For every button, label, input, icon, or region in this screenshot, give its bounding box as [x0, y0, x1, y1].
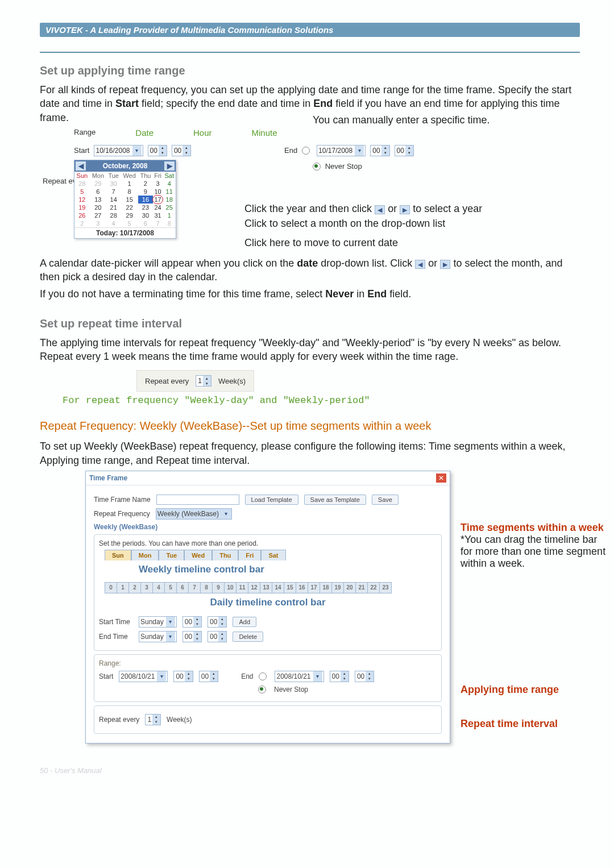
chevron-down-icon[interactable]: ▾: [218, 637, 226, 642]
end-date-dropdown[interactable]: 10/17/2008 ▾: [317, 145, 366, 156]
dlg-start-mm-spinner[interactable]: 00▴▾: [199, 671, 218, 682]
cal-day[interactable]: 15: [121, 196, 138, 203]
chevron-down-icon[interactable]: ▾: [157, 671, 166, 682]
cal-day[interactable]: 8: [121, 188, 138, 196]
chevron-up-icon[interactable]: ▴: [341, 671, 349, 676]
hour-cell[interactable]: 1: [117, 582, 129, 593]
cal-day-today[interactable]: 17: [153, 196, 163, 203]
hour-cell[interactable]: 18: [320, 582, 332, 593]
dlg-end-date-dropdown[interactable]: 2008/10/21▾: [275, 671, 323, 682]
chevron-up-icon[interactable]: ▴: [366, 671, 374, 676]
cal-day[interactable]: 25: [163, 203, 176, 211]
hour-cell[interactable]: 20: [343, 582, 356, 593]
chevron-up-icon[interactable]: ▴: [405, 146, 413, 151]
cal-day[interactable]: 6: [90, 188, 106, 196]
hour-cell[interactable]: 23: [379, 582, 392, 593]
cal-day[interactable]: 9: [138, 188, 153, 196]
cal-day[interactable]: 29: [121, 211, 138, 219]
cal-day[interactable]: 24: [153, 203, 163, 211]
cal-prev-month[interactable]: ◀: [76, 161, 86, 171]
dlg-end-date-radio[interactable]: [259, 672, 267, 680]
cal-day[interactable]: 7: [153, 219, 163, 227]
cal-day[interactable]: 11: [163, 188, 176, 196]
chevron-down-icon[interactable]: ▾: [221, 509, 230, 519]
cal-day[interactable]: 18: [163, 196, 176, 203]
chevron-up-icon[interactable]: ▴: [182, 146, 190, 151]
chevron-up-icon[interactable]: ▴: [193, 617, 201, 622]
end-mm-spinner[interactable]: 00▴▾: [208, 631, 227, 642]
cal-day[interactable]: 1: [163, 211, 176, 219]
start-hour-spinner[interactable]: 00 ▴▾: [148, 145, 167, 156]
chevron-up-icon[interactable]: ▴: [381, 146, 389, 151]
hour-cell[interactable]: 4: [152, 582, 165, 593]
dlg-end-mm-spinner[interactable]: 00▴▾: [355, 671, 374, 682]
cal-day[interactable]: 7: [106, 188, 121, 196]
dlg-end-hh-spinner[interactable]: 00▴▾: [330, 671, 349, 682]
tfn-input[interactable]: [156, 495, 239, 505]
repeat-every-spinner[interactable]: 1 ▴▾: [196, 375, 211, 387]
chevron-up-icon[interactable]: ▴: [218, 632, 226, 637]
cal-day[interactable]: 8: [163, 219, 176, 227]
cal-day[interactable]: 28: [106, 211, 121, 219]
add-button[interactable]: Add: [233, 617, 256, 627]
day-tab-sat[interactable]: Sat: [261, 550, 285, 560]
chevron-up-icon[interactable]: ▴: [218, 617, 226, 622]
cal-day[interactable]: 20: [90, 203, 106, 211]
chevron-up-icon[interactable]: ▴: [193, 632, 201, 637]
chevron-down-icon[interactable]: ▾: [218, 622, 226, 627]
cal-day[interactable]: 3: [153, 180, 163, 188]
day-tab-fri[interactable]: Fri: [238, 550, 261, 560]
chevron-down-icon[interactable]: ▾: [405, 151, 413, 156]
chevron-down-icon[interactable]: ▾: [193, 622, 201, 627]
never-stop-radio[interactable]: [313, 163, 321, 171]
cal-day[interactable]: 21: [106, 203, 121, 211]
cal-day[interactable]: 1: [121, 180, 138, 188]
cal-next-month[interactable]: ▶: [164, 161, 175, 171]
chevron-down-icon[interactable]: ▾: [381, 151, 389, 156]
cal-day[interactable]: 5: [74, 188, 90, 196]
hour-cell[interactable]: 10: [224, 582, 237, 593]
cal-day[interactable]: 2: [138, 180, 153, 188]
chevron-down-icon[interactable]: ▾: [355, 146, 364, 156]
day-tab-thu[interactable]: Thu: [212, 550, 238, 560]
cal-day[interactable]: 3: [90, 219, 106, 227]
day-tab-tue[interactable]: Tue: [159, 550, 184, 560]
cal-today-link[interactable]: Today: 10/17/2008: [74, 227, 176, 238]
chevron-up-icon[interactable]: ▴: [185, 671, 193, 676]
dlg-never-stop-radio[interactable]: [258, 686, 266, 693]
dlg-start-date-dropdown[interactable]: 2008/10/21▾: [119, 671, 168, 682]
cal-day[interactable]: 6: [138, 219, 153, 227]
end-minute-spinner[interactable]: 00 ▴▾: [395, 145, 414, 156]
start-mm-spinner[interactable]: 00▴▾: [208, 616, 227, 628]
hour-cell[interactable]: 15: [284, 582, 296, 593]
calendar-popup[interactable]: ◀ October, 2008 ▶ Sun Mon Tue Wed Thu Fr…: [74, 160, 176, 239]
cal-day[interactable]: 14: [106, 196, 121, 203]
end-hour-spinner[interactable]: 00 ▴▾: [370, 145, 389, 156]
chevron-down-icon[interactable]: ▾: [166, 632, 175, 642]
cal-day[interactable]: 31: [153, 211, 163, 219]
hour-cell[interactable]: 3: [140, 582, 153, 593]
delete-button[interactable]: Delete: [233, 632, 263, 642]
hour-cell[interactable]: 13: [260, 582, 272, 593]
load-template-button[interactable]: Load Template: [245, 495, 298, 505]
chevron-down-icon[interactable]: ▾: [152, 720, 160, 725]
chevron-down-icon[interactable]: ▾: [185, 676, 193, 682]
cal-month-year[interactable]: October, 2008: [103, 162, 148, 170]
cal-day[interactable]: 29: [90, 180, 106, 188]
chevron-down-icon[interactable]: ▾: [193, 637, 201, 642]
cal-day[interactable]: 26: [74, 211, 90, 219]
cal-day[interactable]: 23: [138, 203, 153, 211]
hour-cell[interactable]: 21: [355, 582, 368, 593]
save-button[interactable]: Save: [372, 495, 399, 505]
hour-cell[interactable]: 2: [128, 582, 141, 593]
start-day-dropdown[interactable]: Sunday▾: [139, 616, 177, 628]
day-tab-mon[interactable]: Mon: [131, 550, 159, 560]
close-icon[interactable]: ✕: [436, 474, 446, 483]
hour-cell[interactable]: 8: [200, 582, 213, 593]
cal-day[interactable]: 28: [74, 180, 90, 188]
cal-day[interactable]: 4: [163, 180, 176, 188]
hour-cell[interactable]: 14: [272, 582, 284, 593]
hour-cell[interactable]: 17: [308, 582, 320, 593]
hour-cell[interactable]: 16: [296, 582, 308, 593]
cal-day[interactable]: 5: [121, 219, 138, 227]
